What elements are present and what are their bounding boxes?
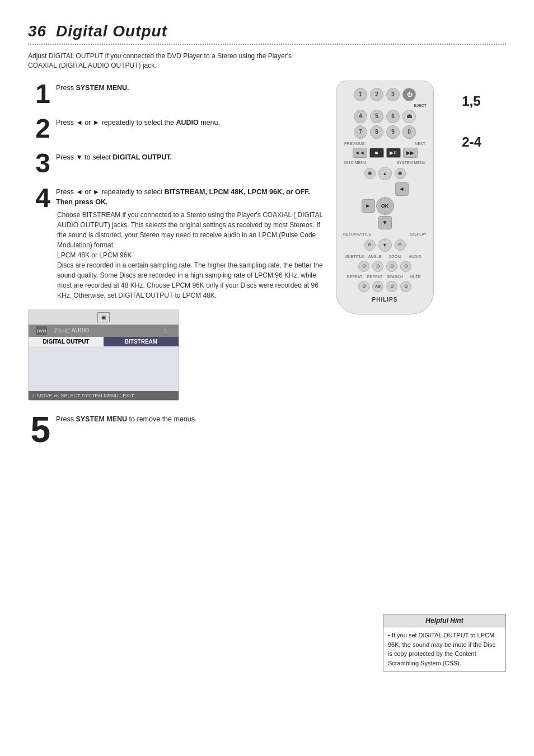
menu-tab-value: BITSTREAM bbox=[104, 337, 179, 346]
step-3-number: 3 bbox=[28, 150, 50, 177]
btn-power[interactable]: ⏻ bbox=[402, 88, 416, 101]
menu-top-bar: ▣ bbox=[29, 310, 179, 325]
remote-step-labels: 1,5 2-4 bbox=[462, 92, 481, 152]
btn-1[interactable]: 1 bbox=[354, 88, 367, 101]
btn-9[interactable]: 9 bbox=[386, 125, 400, 139]
btn-repeat-ab[interactable]: AB bbox=[372, 281, 383, 292]
step-4-number: 4 bbox=[28, 185, 50, 212]
menu-top-icon: ▣ bbox=[97, 312, 110, 322]
step-1-row: 1 Press SYSTEM MENU. bbox=[28, 81, 325, 107]
saza-btn-row: ⊙ ⊙ ⊙ ⊙ bbox=[358, 261, 411, 272]
btn-nav-right[interactable]: ► bbox=[362, 199, 375, 213]
btn-zoom[interactable]: ⊙ bbox=[386, 261, 397, 272]
search-label: SEARCH bbox=[386, 275, 405, 279]
btn-7[interactable]: 7 bbox=[354, 125, 367, 139]
btn-sys-menu[interactable]: ◉ bbox=[395, 168, 406, 179]
step-2-row: 2 Press ◄ or ► repeatedly to select the … bbox=[28, 115, 325, 142]
btn-disc-menu[interactable]: ◉ bbox=[364, 168, 376, 179]
menu-tab-digital: DIGITAL OUTPUT bbox=[29, 337, 104, 346]
return-display-label-row: RETURN/TITLE DISPLAY bbox=[342, 232, 428, 236]
mute-label: MUTE bbox=[406, 275, 425, 279]
steps-column: 1 Press SYSTEM MENU. 2 Press ◄ or ► repe… bbox=[28, 81, 325, 401]
step-3-text: Press ▼ to select DIGITAL OUTPUT. bbox=[56, 152, 325, 163]
btn-down[interactable]: ▼ bbox=[378, 238, 392, 252]
repeat-label: REPEAT bbox=[345, 275, 364, 279]
zoom-label: ZOOM bbox=[386, 255, 405, 259]
remote-row-2: 4 5 6 ⏏ bbox=[354, 110, 416, 123]
step-4-subtext: Choose BITSTREAM if you connected to a S… bbox=[56, 210, 325, 300]
btn-eject[interactable]: ⏏ bbox=[402, 110, 416, 123]
step-2-text: Press ◄ or ► repeatedly to select the AU… bbox=[56, 118, 325, 128]
btn-3[interactable]: 3 bbox=[386, 88, 400, 101]
btn-search[interactable]: ⊙ bbox=[386, 281, 397, 292]
step-4-row: 4 Press ◄ or ► repeatedly to select BITS… bbox=[28, 185, 325, 301]
btn-up[interactable]: ▲ bbox=[378, 167, 392, 180]
next-label: NEXT bbox=[415, 142, 425, 145]
btn-5[interactable]: 5 bbox=[370, 110, 383, 123]
menu-dvd-icon: DVD bbox=[35, 326, 48, 336]
page-title: 36 Digital Output bbox=[28, 22, 506, 45]
btn-nav-down[interactable]: ▼ bbox=[378, 216, 392, 229]
audio-label: AUDIO bbox=[406, 255, 425, 259]
step-5-text: Press SYSTEM MENU to remove the menus. bbox=[56, 414, 506, 425]
btn-display[interactable]: ⊙ bbox=[395, 240, 406, 251]
step-3-row: 3 Press ▼ to select DIGITAL OUTPUT. bbox=[28, 150, 325, 177]
intro-text: Adjust DIGITAL OUTPUT if you connected t… bbox=[28, 51, 308, 71]
eject-label: EJECT bbox=[342, 104, 428, 107]
page-bottom: Helpful Hint If you set DIGITAL OUTPUT t… bbox=[28, 448, 506, 672]
menu-screen: ▣ DVD テレビ AUDIO □ DIGITAL OUTPUT BITSTRE… bbox=[28, 309, 179, 401]
prev-next-labels-row: PREVIOUS NEXT bbox=[342, 141, 428, 145]
title-text: Digital Output bbox=[56, 22, 167, 40]
btn-subtitle[interactable]: ⊙ bbox=[358, 261, 369, 272]
step-5-content: Press SYSTEM MENU to remove the menus. bbox=[56, 412, 506, 427]
hint-bullet: If you set DIGITAL OUTPUT to LPCM 96K, t… bbox=[388, 631, 501, 668]
menu-footer: ↕: MOVE ⇔: SELECT SYSTEM MENU : EXIT bbox=[29, 391, 179, 400]
disc-menu-label: DISC MENU bbox=[344, 161, 366, 165]
remote-control: 1 2 3 ⏻ EJECT 4 5 6 ⏏ 7 8 9 bbox=[336, 81, 434, 314]
btn-nav-left[interactable]: ◄ bbox=[395, 182, 409, 196]
btn-6[interactable]: 6 bbox=[386, 110, 400, 123]
btn-0[interactable]: 0 bbox=[402, 125, 416, 139]
btn-next[interactable]: ▶▶ bbox=[403, 148, 418, 158]
rrsm-btn-row: ⊙ AB ⊙ ⊙ bbox=[358, 281, 411, 292]
menu-audio-tab: テレビ AUDIO bbox=[53, 327, 89, 335]
remote-row-1: 1 2 3 ⏻ bbox=[354, 88, 416, 101]
step-4-content: Press ◄ or ► repeatedly to select BITSTR… bbox=[56, 185, 325, 301]
philips-logo: PHILIPS bbox=[372, 297, 398, 303]
title-number: 36 bbox=[28, 22, 46, 40]
btn-mute[interactable]: ⊙ bbox=[400, 281, 411, 292]
step-3-content: Press ▼ to select DIGITAL OUTPUT. bbox=[56, 150, 325, 165]
repeat-ab-label: REPEAT bbox=[366, 275, 385, 279]
angle-label: ANGLE bbox=[366, 255, 385, 259]
remote-column: 1 2 3 ⏻ EJECT 4 5 6 ⏏ 7 8 9 bbox=[336, 81, 448, 314]
return-title-label: RETURN/TITLE bbox=[343, 232, 371, 236]
subtitle-label: SUBTITLE bbox=[345, 255, 364, 259]
btn-2[interactable]: 2 bbox=[370, 88, 383, 101]
remote-row-3: 7 8 9 0 bbox=[354, 125, 416, 139]
saza-label-row: SUBTITLE ANGLE ZOOM AUDIO bbox=[345, 254, 425, 259]
step-1-content: Press SYSTEM MENU. bbox=[56, 81, 325, 96]
btn-stop[interactable]: ■ bbox=[369, 148, 384, 158]
remote-step-label-top: 1,5 bbox=[462, 92, 481, 111]
disc-up-sys-row: ◉ ▲ ◉ bbox=[364, 167, 406, 180]
sys-menu-label: SYSTEM MENU bbox=[397, 161, 425, 165]
hint-box: Helpful Hint If you set DIGITAL OUTPUT t… bbox=[383, 614, 506, 672]
step-1-text: Press SYSTEM MENU. bbox=[56, 83, 325, 93]
btn-play-pause[interactable]: ▶II bbox=[386, 148, 401, 158]
step-1-number: 1 bbox=[28, 81, 50, 107]
btn-8[interactable]: 8 bbox=[370, 125, 383, 139]
remote-step-label-bottom: 2-4 bbox=[462, 133, 481, 152]
step-2-number: 2 bbox=[28, 115, 50, 142]
menu-tabs: DIGITAL OUTPUT BITSTREAM bbox=[29, 337, 179, 346]
btn-repeat[interactable]: ⊙ bbox=[358, 281, 369, 292]
return-down-display-row: ⊙ ▼ ⊙ bbox=[364, 238, 406, 252]
btn-prev[interactable]: ◄◄ bbox=[353, 148, 367, 158]
hint-content: If you set DIGITAL OUTPUT to LPCM 96K, t… bbox=[383, 627, 505, 671]
btn-ok[interactable]: OK bbox=[376, 197, 394, 215]
btn-angle[interactable]: ⊙ bbox=[372, 261, 383, 272]
btn-4[interactable]: 4 bbox=[354, 110, 367, 123]
transport-row: ◄◄ ■ ▶II ▶▶ bbox=[353, 148, 418, 158]
btn-audio[interactable]: ⊙ bbox=[400, 261, 411, 272]
step-2-content: Press ◄ or ► repeatedly to select the AU… bbox=[56, 115, 325, 130]
btn-return-title[interactable]: ⊙ bbox=[364, 240, 376, 251]
